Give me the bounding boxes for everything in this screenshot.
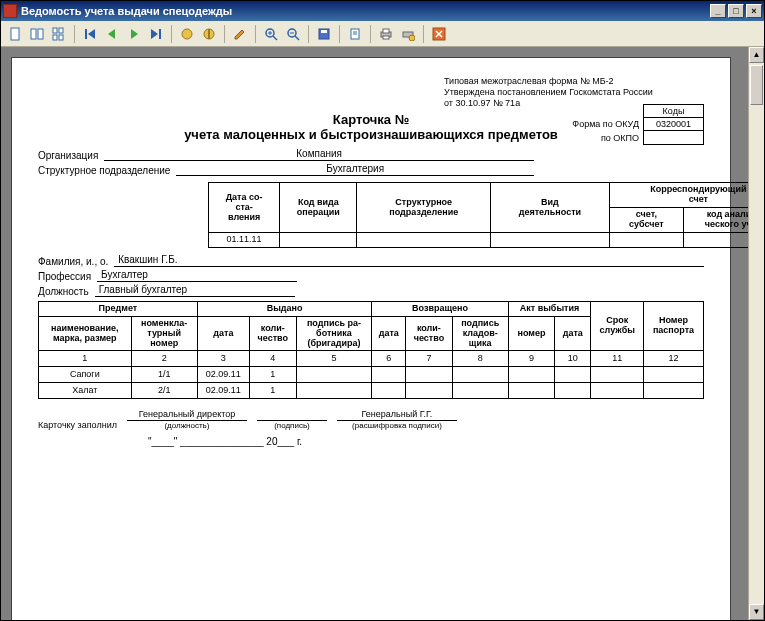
- pos-value: Главный бухгалтер: [95, 284, 295, 297]
- org-row: Организация Компания: [38, 148, 704, 161]
- sign-decode: Генеральный Г.Г.: [337, 409, 457, 421]
- paper-scroll[interactable]: Типовая межотраслевая форма № МБ-2 Утвер…: [1, 47, 748, 620]
- svg-rect-7: [85, 29, 87, 39]
- svg-rect-6: [59, 35, 63, 40]
- okpo-label: по ОКПО: [566, 131, 643, 145]
- minimize-button[interactable]: _: [710, 4, 726, 18]
- hdr-col: Корреспондирующийсчет: [609, 183, 748, 208]
- sign-row: Карточку заполнил Генеральный директор (…: [38, 409, 704, 430]
- svg-rect-25: [321, 30, 327, 33]
- dept-label: Структурное подразделение: [38, 165, 176, 176]
- hdr-col: Виддеятельности: [491, 183, 610, 233]
- toolbar: [1, 21, 764, 47]
- codes-box: Коды Форма по ОКУД0320001 по ОКПО: [566, 104, 704, 145]
- svg-rect-15: [208, 29, 210, 39]
- fio-value: Квакшин Г.Б.: [114, 254, 704, 267]
- grp: Акт выбытия: [508, 301, 591, 316]
- codes-header: Коды: [644, 105, 704, 118]
- col: Срокслужбы: [591, 301, 644, 351]
- svg-rect-3: [53, 28, 57, 33]
- date-template: "____" _______________ 20___ г.: [38, 436, 704, 447]
- fio-label: Фамилия, и., о.: [38, 256, 114, 267]
- close-button[interactable]: ×: [746, 4, 762, 18]
- table-row: Халат2/102.09.111: [39, 383, 704, 399]
- grp: Предмет: [39, 301, 198, 316]
- maximize-button[interactable]: □: [728, 4, 744, 18]
- svg-rect-31: [383, 36, 389, 39]
- nav-next-icon[interactable]: [124, 24, 144, 44]
- zoom-in-icon[interactable]: [261, 24, 281, 44]
- page-facing-icon[interactable]: [27, 24, 47, 44]
- export-icon[interactable]: [345, 24, 365, 44]
- col: подпись ра-ботника(бригадира): [296, 316, 372, 351]
- col: Номерпаспорта: [644, 301, 704, 351]
- hdr-date: 01.11.11: [209, 232, 280, 247]
- svg-point-33: [409, 35, 415, 41]
- svg-marker-8: [88, 29, 95, 39]
- nav-prev-icon[interactable]: [102, 24, 122, 44]
- nav-first-icon[interactable]: [80, 24, 100, 44]
- page-multi-icon[interactable]: [49, 24, 69, 44]
- prof-label: Профессия: [38, 271, 97, 282]
- vertical-scrollbar[interactable]: ▲ ▼: [748, 47, 764, 620]
- svg-line-18: [273, 36, 277, 40]
- col: номер: [508, 316, 555, 351]
- print-setup-icon[interactable]: [398, 24, 418, 44]
- dept-value: Бухгалтерия: [176, 163, 534, 176]
- filled-label: Карточку заполнил: [38, 420, 117, 430]
- col: наименование,марка, размер: [39, 316, 132, 351]
- svg-rect-30: [383, 29, 389, 33]
- svg-rect-4: [59, 28, 63, 33]
- header-table: Дата со-ста-вления Код видаоперации Стру…: [208, 182, 748, 247]
- form-info-line: Утверждена постановлением Госкомстата Ро…: [444, 87, 704, 98]
- col: коли-чество: [250, 316, 297, 351]
- col: дата: [372, 316, 406, 351]
- print-icon[interactable]: [376, 24, 396, 44]
- zoom-out-icon[interactable]: [283, 24, 303, 44]
- scroll-down-icon[interactable]: ▼: [749, 604, 764, 620]
- svg-line-22: [295, 36, 299, 40]
- main-table: Предмет Выдано Возвращено Акт выбытия Ср…: [38, 301, 704, 400]
- num-row: 123456789101112: [39, 351, 704, 367]
- col: коли-чество: [406, 316, 453, 351]
- form-info-line: Типовая межотраслевая форма № МБ-2: [444, 76, 704, 87]
- scroll-thumb[interactable]: [750, 65, 763, 105]
- hdr-col: Дата со-ста-вления: [209, 183, 280, 233]
- document-page: Типовая межотраслевая форма № МБ-2 Утвер…: [11, 57, 731, 620]
- save-icon[interactable]: [314, 24, 334, 44]
- grp: Выдано: [197, 301, 372, 316]
- dept-row: Структурное подразделение Бухгалтерия: [38, 163, 704, 176]
- nav-last-icon[interactable]: [146, 24, 166, 44]
- grp: Возвращено: [372, 301, 508, 316]
- col: номенкла-турныйномер: [131, 316, 197, 351]
- hdr-subcol: код аналити-ческого учета: [684, 208, 749, 233]
- window-title: Ведомость учета выдачи спецодежды: [21, 5, 232, 17]
- settings1-icon[interactable]: [177, 24, 197, 44]
- hdr-col: Структурноеподразделение: [357, 183, 491, 233]
- scroll-up-icon[interactable]: ▲: [749, 47, 764, 63]
- sign-position-sub: (должность): [127, 421, 247, 430]
- okud-label: Форма по ОКУД: [566, 118, 643, 131]
- svg-rect-1: [31, 29, 36, 39]
- close-preview-icon[interactable]: [429, 24, 449, 44]
- col: дата: [555, 316, 591, 351]
- org-label: Организация: [38, 150, 104, 161]
- sign-position: Генеральный директор: [127, 409, 247, 421]
- person-block: Фамилия, и., о.Квакшин Г.Б. ПрофессияБух…: [38, 254, 704, 297]
- svg-rect-0: [11, 28, 19, 40]
- okud-value: 0320001: [644, 118, 704, 131]
- okpo-value: [644, 131, 704, 145]
- svg-marker-11: [151, 29, 158, 39]
- page-single-icon[interactable]: [5, 24, 25, 44]
- col: подписькладов-щика: [452, 316, 508, 351]
- viewport: Типовая межотраслевая форма № МБ-2 Утвер…: [1, 47, 764, 620]
- edit-icon[interactable]: [230, 24, 250, 44]
- svg-marker-9: [108, 29, 115, 39]
- app-icon: [3, 4, 17, 18]
- col: дата: [197, 316, 249, 351]
- svg-point-13: [182, 29, 192, 39]
- hdr-col: Код видаоперации: [280, 183, 357, 233]
- settings2-icon[interactable]: [199, 24, 219, 44]
- titlebar: Ведомость учета выдачи спецодежды _ □ ×: [1, 1, 764, 21]
- svg-rect-5: [53, 35, 57, 40]
